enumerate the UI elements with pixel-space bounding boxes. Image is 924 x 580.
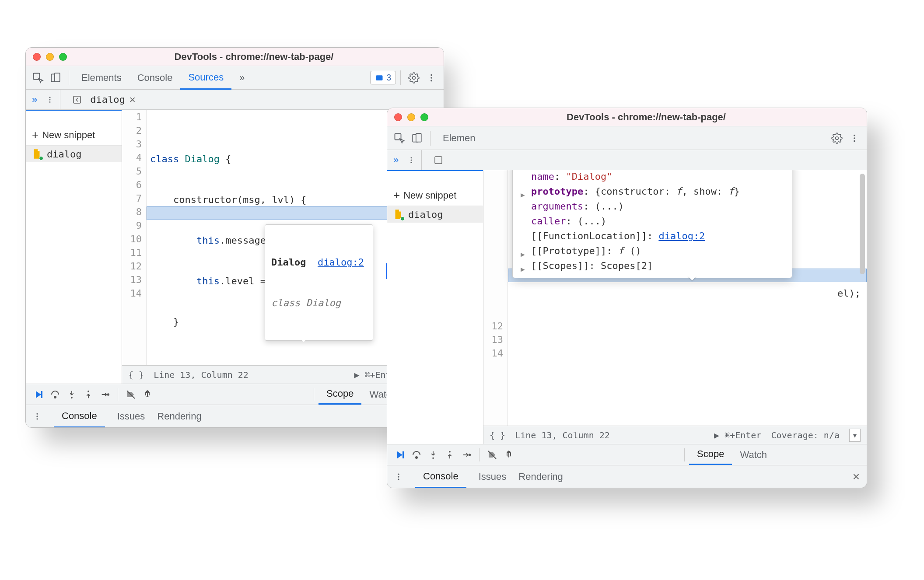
svg-point-21 bbox=[36, 418, 38, 419]
function-location-link[interactable]: dialog:2 bbox=[658, 231, 705, 241]
step-icon[interactable] bbox=[97, 386, 113, 403]
titlebar: DevTools - chrome://new-tab-page/ bbox=[387, 108, 867, 126]
svg-point-19 bbox=[36, 413, 38, 414]
device-mode-icon[interactable] bbox=[408, 129, 426, 147]
resume-icon[interactable] bbox=[30, 386, 47, 403]
svg-rect-32 bbox=[435, 157, 442, 164]
pause-on-exceptions-icon[interactable] bbox=[500, 447, 517, 463]
window-close[interactable] bbox=[33, 53, 41, 61]
drawer: Console Issues Rendering × bbox=[387, 465, 867, 488]
svg-rect-11 bbox=[74, 96, 80, 103]
svg-point-27 bbox=[854, 137, 855, 139]
drawer-rendering-tab[interactable]: Rendering bbox=[518, 471, 563, 482]
drawer-console-tab[interactable]: Console bbox=[415, 466, 466, 488]
svg-point-37 bbox=[469, 454, 471, 456]
coverage: Coverage: n/a bbox=[771, 430, 840, 440]
svg-rect-38 bbox=[508, 453, 508, 457]
window-zoom[interactable] bbox=[420, 113, 428, 121]
brackets-icon[interactable]: { } bbox=[128, 370, 144, 380]
debugger-toolbar: Scope Watch bbox=[26, 384, 444, 405]
snippet-navigator: + New snippet dialog bbox=[387, 170, 483, 444]
window-minimize[interactable] bbox=[46, 53, 54, 61]
tab-sources[interactable]: Sources bbox=[180, 66, 231, 90]
drawer-console-tab[interactable]: Console bbox=[54, 405, 105, 428]
run-icon[interactable]: ▶ ⌘+Enter bbox=[714, 430, 761, 440]
svg-point-36 bbox=[449, 451, 451, 452]
nav-more-icon[interactable] bbox=[46, 91, 54, 108]
main-tabstrip: Elements Console Sources » 3 bbox=[26, 66, 444, 90]
step-over-icon[interactable] bbox=[47, 386, 63, 403]
inspect-element-icon[interactable] bbox=[391, 129, 408, 147]
svg-point-26 bbox=[854, 134, 855, 136]
window-zoom[interactable] bbox=[59, 53, 67, 61]
device-mode-icon[interactable] bbox=[47, 69, 64, 87]
close-drawer-icon[interactable]: × bbox=[853, 470, 860, 484]
svg-rect-3 bbox=[376, 75, 382, 80]
svg-point-34 bbox=[416, 457, 417, 458]
drawer-more-icon[interactable] bbox=[394, 468, 403, 486]
overview-toggle-icon[interactable]: ▾ bbox=[849, 429, 861, 442]
tab-console[interactable]: Console bbox=[130, 66, 181, 89]
drawer-issues-tab[interactable]: Issues bbox=[117, 411, 145, 422]
close-file-icon[interactable]: × bbox=[130, 94, 136, 106]
navigate-icon[interactable] bbox=[72, 91, 82, 108]
svg-point-42 bbox=[398, 479, 399, 480]
scrollbar-thumb[interactable] bbox=[860, 174, 865, 274]
pause-on-exceptions-icon[interactable] bbox=[139, 386, 156, 403]
drawer-more-icon[interactable] bbox=[33, 408, 42, 425]
more-vert-icon[interactable] bbox=[423, 69, 440, 87]
titlebar: DevTools - chrome://new-tab-page/ bbox=[26, 48, 444, 66]
deactivate-breakpoints-icon[interactable] bbox=[122, 386, 139, 403]
snippet-item[interactable]: dialog bbox=[387, 206, 483, 223]
nav-overflow-icon[interactable]: » bbox=[32, 94, 37, 105]
definition-link[interactable]: dialog:2 bbox=[318, 257, 364, 268]
settings-gear-icon[interactable] bbox=[828, 129, 846, 147]
nav-overflow-icon[interactable]: » bbox=[393, 154, 399, 166]
scope-tab[interactable]: Scope bbox=[318, 384, 361, 405]
svg-rect-18 bbox=[148, 393, 149, 396]
step-out-icon[interactable] bbox=[80, 386, 97, 403]
nav-more-icon[interactable] bbox=[407, 151, 415, 169]
svg-rect-33 bbox=[402, 451, 404, 458]
issues-count: 3 bbox=[386, 73, 391, 83]
svg-point-25 bbox=[836, 136, 839, 140]
brackets-icon[interactable]: { } bbox=[490, 430, 505, 440]
window-minimize[interactable] bbox=[407, 113, 415, 121]
drawer-rendering-tab[interactable]: Rendering bbox=[157, 411, 202, 422]
tab-elements[interactable]: Elements bbox=[74, 66, 130, 89]
object-popover[interactable]: class Dialog length: 2 name: "Dialog" ▶p… bbox=[512, 170, 792, 278]
step-into-icon[interactable] bbox=[425, 447, 441, 463]
snippet-item[interactable]: dialog bbox=[26, 146, 122, 162]
main-tabstrip: Elemen bbox=[387, 126, 867, 150]
step-out-icon[interactable] bbox=[441, 447, 458, 463]
issues-badge[interactable]: 3 bbox=[370, 71, 396, 84]
svg-point-15 bbox=[88, 390, 89, 392]
source-tabstrip: » dialog × bbox=[26, 90, 444, 110]
svg-rect-24 bbox=[416, 133, 421, 142]
expand-icon[interactable]: ▶ bbox=[521, 262, 525, 277]
svg-point-5 bbox=[430, 74, 432, 76]
new-snippet-button[interactable]: + New snippet bbox=[26, 125, 122, 146]
svg-point-6 bbox=[430, 77, 432, 79]
step-over-icon[interactable] bbox=[408, 447, 425, 463]
svg-point-30 bbox=[411, 159, 412, 161]
open-file-tab[interactable]: dialog bbox=[90, 94, 125, 105]
settings-gear-icon[interactable] bbox=[405, 69, 423, 87]
new-snippet-button[interactable]: + New snippet bbox=[387, 185, 483, 206]
drawer-issues-tab[interactable]: Issues bbox=[479, 471, 507, 482]
more-vert-icon[interactable] bbox=[846, 129, 863, 147]
hover-tooltip[interactable]: Dialog dialog:2 class Dialog bbox=[265, 224, 373, 341]
step-into-icon[interactable] bbox=[63, 386, 80, 403]
resume-icon[interactable] bbox=[392, 447, 408, 463]
tab-elements-partial[interactable]: Elemen bbox=[435, 126, 483, 150]
svg-rect-39 bbox=[509, 453, 510, 457]
navigate-icon[interactable] bbox=[433, 151, 444, 169]
inspect-element-icon[interactable] bbox=[29, 69, 47, 87]
tab-more-icon[interactable]: » bbox=[231, 66, 252, 89]
step-icon[interactable] bbox=[458, 447, 475, 463]
scope-tab[interactable]: Scope bbox=[689, 444, 732, 465]
svg-point-4 bbox=[413, 76, 416, 79]
watch-tab[interactable]: Watch bbox=[732, 444, 775, 465]
deactivate-breakpoints-icon[interactable] bbox=[484, 447, 500, 463]
window-close[interactable] bbox=[394, 113, 402, 121]
